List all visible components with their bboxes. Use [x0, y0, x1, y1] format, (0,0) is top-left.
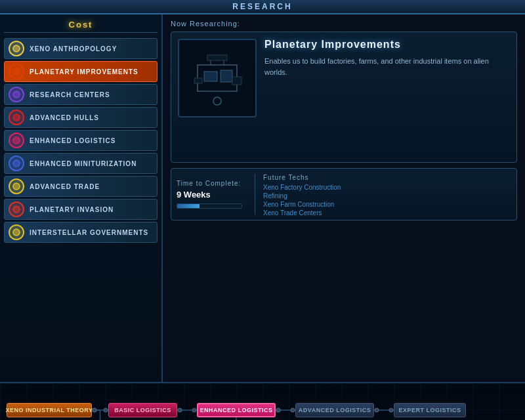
svg-rect-12 — [194, 78, 202, 83]
tech-image — [178, 39, 257, 117]
svg-rect-11 — [220, 70, 232, 82]
tech-item-advanced-hulls[interactable]: Advanced Hulls — [4, 107, 158, 128]
tree-node-xeno-industrial[interactable]: Xeno Industrial Theory — [7, 403, 92, 417]
svg-point-2 — [13, 91, 20, 98]
tech-icon-xeno-anthro — [9, 41, 24, 56]
tech-icon-advanced-hulls — [9, 110, 24, 125]
tree-node-enhanced-logistics[interactable]: Enhanced Logistics — [197, 403, 276, 417]
tech-item-advanced-trade[interactable]: Advanced Trade — [4, 176, 158, 197]
progress-bar — [177, 203, 242, 209]
tech-list: Xeno AnthropologyPlanetary ImprovementsR… — [4, 38, 158, 243]
svg-point-4 — [13, 137, 20, 144]
svg-point-0 — [13, 45, 20, 52]
future-tech-item[interactable]: Xeno Trade Centers — [263, 209, 511, 217]
left-panel: Cost Xeno AnthropologyPlanetary Improvem… — [0, 14, 163, 382]
tech-label-planetary-invasion: Planetary Invasion — [30, 206, 114, 213]
tree-node-basic-logistics[interactable]: Basic Logistics — [108, 403, 177, 417]
svg-rect-16 — [207, 55, 227, 60]
cost-header: Cost — [4, 20, 158, 33]
svg-point-18 — [213, 97, 221, 105]
tech-label-interstellar-gov: Interstellar Governments — [30, 229, 148, 236]
future-techs-list: Xeno Factory ConstructionRefiningXeno Fa… — [263, 184, 511, 217]
title-bar: Research — [0, 0, 525, 14]
main-content: Cost Xeno AnthropologyPlanetary Improvem… — [0, 14, 525, 382]
tree-node-expert-logistics[interactable]: Expert Logistics — [394, 403, 466, 417]
tech-label-planetary-imp: Planetary Improvements — [30, 68, 138, 75]
research-footer: Time to Complete: 9 Weeks Future Techs X… — [171, 168, 517, 220]
svg-point-3 — [13, 114, 20, 121]
tech-title: Planetary Improvements — [264, 39, 510, 51]
future-tech-item[interactable]: Xeno Farm Construction — [263, 201, 511, 208]
tech-label-xeno-anthro: Xeno Anthropology — [30, 45, 117, 52]
svg-point-7 — [13, 206, 20, 213]
tech-item-interstellar-gov[interactable]: Interstellar Governments — [4, 222, 158, 243]
tech-icon-research-centers — [9, 87, 24, 102]
tech-info: Planetary Improvements Enables us to bui… — [264, 39, 510, 156]
tech-icon-planetary-imp — [9, 64, 24, 79]
tech-label-advanced-hulls: Advanced Hulls — [30, 114, 99, 121]
svg-rect-10 — [204, 72, 217, 81]
svg-point-8 — [13, 229, 20, 236]
future-techs-label: Future Techs — [263, 174, 511, 181]
time-value: 9 Weeks — [177, 190, 248, 200]
time-section: Time to Complete: 9 Weeks — [177, 174, 255, 215]
progress-fill — [177, 204, 200, 208]
future-techs-section: Future Techs Xeno Factory ConstructionRe… — [255, 174, 511, 215]
tech-icon-enhanced-logistics — [9, 133, 24, 148]
tech-icon-interstellar-gov — [9, 224, 24, 240]
svg-point-1 — [13, 68, 20, 75]
tech-label-research-centers: Research Centers — [30, 91, 110, 98]
tech-desc: Enables us to build factories, farms, an… — [264, 56, 510, 77]
svg-point-5 — [13, 160, 20, 167]
tech-item-planetary-invasion[interactable]: Planetary Invasion — [4, 199, 158, 220]
future-tech-item[interactable]: Refining — [263, 192, 511, 200]
tech-item-xeno-anthro[interactable]: Xeno Anthropology — [4, 38, 158, 59]
tech-item-enhanced-logistics[interactable]: Enhanced Logistics — [4, 130, 158, 151]
tree-node-advanced-logistics[interactable]: Advanced Logistics — [295, 403, 374, 417]
tech-item-research-centers[interactable]: Research Centers — [4, 84, 158, 105]
right-panel: Now Researching: Planetary Improvemen — [163, 14, 525, 382]
tech-icon-advanced-trade — [9, 178, 24, 194]
time-label: Time to Complete: — [177, 180, 248, 187]
now-researching-label: Now Researching: — [171, 20, 517, 28]
tech-icon-planetary-invasion — [9, 201, 24, 217]
tech-tree: Xeno Industrial TheoryBasic LogisticsEnh… — [0, 382, 525, 420]
tech-icon-enhanced-mini — [9, 156, 24, 171]
window-title: Research — [232, 2, 292, 11]
svg-point-6 — [13, 183, 20, 190]
tech-item-enhanced-mini[interactable]: Enhanced Miniturization — [4, 153, 158, 174]
tech-item-planetary-imp[interactable]: Planetary Improvements — [4, 61, 158, 82]
tech-label-enhanced-logistics: Enhanced Logistics — [30, 137, 116, 144]
tech-label-advanced-trade: Advanced Trade — [30, 183, 100, 190]
tech-label-enhanced-mini: Enhanced Miniturization — [30, 160, 136, 167]
research-detail: Planetary Improvements Enables us to bui… — [171, 32, 517, 163]
future-tech-item[interactable]: Xeno Factory Construction — [263, 184, 511, 191]
svg-rect-13 — [232, 77, 242, 85]
